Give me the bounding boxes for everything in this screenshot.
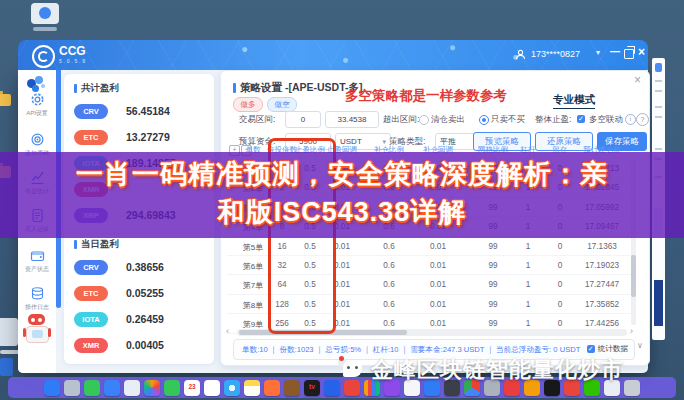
desktop-file-icon[interactable] (0, 318, 18, 346)
profit-value: 56.45184 (126, 105, 170, 117)
overlay-text-line2: 和版ISC543.38详解 (0, 194, 684, 230)
overlay-text-line1: 一肖一码精准预测，安全策略深度解析：亲 (0, 156, 684, 192)
today-profit-header: 当日盈利 (74, 238, 119, 251)
sidebar-item-asset-status[interactable]: 资产状态 (18, 265, 56, 274)
dock-icon-launchpad[interactable] (64, 380, 80, 396)
stats-label: 统计数据 (598, 344, 628, 354)
collapse-chevron-icon[interactable]: ∨ (637, 341, 643, 350)
profit-value: 0.38656 (126, 261, 164, 273)
linkage-label: 多空联动 (589, 114, 623, 126)
stats-toggle[interactable]: ✓ 统计数据 (581, 344, 628, 354)
dock-icon-mail[interactable] (104, 380, 120, 396)
stats-checkbox[interactable]: ✓ (587, 345, 595, 353)
trade-range-label: 交易区间: (239, 114, 275, 126)
profit-value: 13.27279 (126, 131, 170, 143)
close-window-button[interactable]: × (638, 45, 645, 59)
desktop-shortcut-label (33, 27, 57, 31)
desktop-shortcut-image (31, 3, 59, 24)
logged-in-user[interactable]: 173****0827 (531, 49, 580, 59)
total-profit-header: 共计盈利 (74, 82, 119, 95)
close-dialog-icon[interactable]: × (634, 73, 641, 87)
coin-badge: CRV (74, 104, 108, 119)
dock-icon-messages[interactable] (84, 380, 100, 396)
dock-icon-safari[interactable] (224, 380, 240, 396)
scrollbar-thumb[interactable] (631, 255, 636, 297)
coin-badge: ETC (74, 130, 108, 145)
dock-icon-maps[interactable] (124, 380, 140, 396)
user-menu-caret-icon[interactable]: ▾ (596, 48, 600, 57)
sidebar-item-operation-log[interactable]: 操作日志 (18, 303, 56, 312)
dock-icon-facetime[interactable] (164, 380, 180, 396)
dock-icon-photos[interactable] (144, 380, 160, 396)
range-low-input[interactable]: 0 (285, 111, 321, 128)
profit-value: 0.05255 (126, 287, 164, 299)
tab-long[interactable]: 做多 (233, 97, 263, 112)
dock-icon-finder[interactable] (44, 380, 60, 396)
range-high-input[interactable]: 33.4538 (325, 111, 379, 128)
profit-row: XMR 0.00405 (74, 332, 208, 358)
dock-icon-trash[interactable] (624, 380, 640, 396)
dock-icon-appletv[interactable]: tv (304, 380, 320, 396)
background-window-edge (0, 358, 13, 376)
radio-clear-position[interactable] (419, 115, 429, 125)
tab-short[interactable]: 做空 (267, 97, 297, 112)
database-icon[interactable] (30, 286, 45, 301)
dock-icon-glyph: 23 (188, 384, 195, 391)
wallet-icon[interactable] (30, 248, 45, 263)
pro-mode-link[interactable]: 专业模式 (553, 93, 595, 109)
info-icon[interactable]: i (625, 114, 636, 125)
coin-badge: IOTA (74, 312, 108, 327)
radio-sell-only[interactable] (479, 115, 489, 125)
app-logo-icon (32, 45, 55, 68)
dock-icon-firefox[interactable] (264, 380, 280, 396)
robot-mascot (25, 312, 49, 346)
today-profit-list: CRV 0.38656 ETC 0.05255 IOTA 0.26459 XMR… (74, 254, 208, 358)
sidebar-item-api-settings[interactable]: API设置 (18, 109, 56, 118)
profit-row: CRV 0.38656 (74, 254, 208, 280)
coin-badge: XMR (74, 338, 108, 353)
dock-icon-books[interactable] (284, 380, 300, 396)
scroll-left-icon[interactable]: ‹ (226, 326, 229, 336)
app-name: CCG (59, 45, 86, 57)
dock-icon-glyph: tv (309, 384, 315, 391)
dock-icon-reminders[interactable] (204, 380, 220, 396)
watermark: 金峰区块链智能量化炒市 (338, 355, 624, 385)
scroll-right-icon[interactable]: › (630, 326, 633, 336)
dialog-title: 策略设置 -[APE-USDT-多] (233, 81, 363, 95)
desktop-shortcut-icon[interactable] (28, 3, 62, 31)
linkage-checkbox[interactable]: ✓ (577, 115, 585, 123)
desktop-file-label (0, 350, 20, 354)
app-version: 5.0.5.9 (59, 58, 87, 64)
dock-icon-notes[interactable] (244, 380, 260, 396)
profit-row: CRV 56.45184 (74, 98, 208, 124)
chat-bubbles-icon (338, 358, 365, 382)
out-range-label: 超出区间: (383, 114, 419, 126)
profit-value: 0.26459 (126, 313, 164, 325)
watermark-text: 金峰区块链智能量化炒市 (371, 355, 624, 385)
user-icon (515, 49, 526, 60)
coin-badge: CRV (74, 260, 108, 275)
take-profit-label: 整体止盈: (535, 114, 571, 126)
summary-text: 单数:10 ｜ 份数:1023 ｜ 总亏损:5% ｜ 杠杆:10 ｜ 需要本金:… (242, 345, 580, 355)
promo-overlay-banner: 一肖一码精准预测，安全策略深度解析：亲 和版ISC543.38详解 (0, 152, 684, 238)
profit-row: ETC 13.27279 (74, 124, 208, 150)
gear-icon[interactable] (30, 92, 45, 107)
dock-icon-calendar[interactable]: 23 (184, 380, 200, 396)
minimize-button[interactable]: — (610, 46, 620, 57)
restore-button[interactable] (624, 49, 634, 59)
profit-row: IOTA 0.26459 (74, 306, 208, 332)
profit-value: 0.00405 (126, 339, 164, 351)
profit-row: ETC 0.05255 (74, 280, 208, 306)
notice-text: 多空策略都是一样参数参考 (345, 87, 507, 105)
radio-clear-label[interactable]: 清仓卖出 (431, 114, 465, 126)
help-icon[interactable]: ? (636, 113, 649, 126)
desktop-folder-icon[interactable] (0, 94, 11, 106)
radio-sell-only-label[interactable]: 只卖不买 (491, 114, 525, 126)
target-icon[interactable] (30, 132, 45, 147)
coin-badge: ETC (74, 286, 108, 301)
